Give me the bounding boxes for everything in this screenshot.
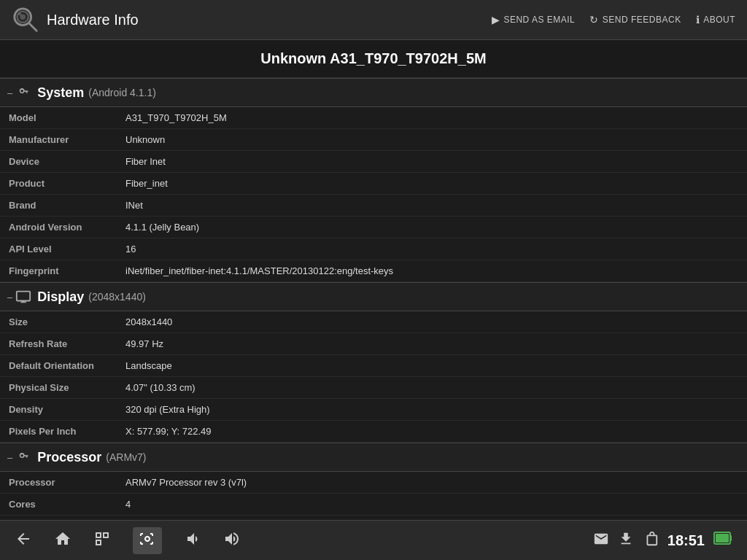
table-row: ManufacturerUnknown — [0, 129, 747, 151]
info-icon: ℹ — [696, 14, 700, 26]
field-value: 2048x1440 — [117, 311, 747, 333]
device-title: Unknown A31_T970_T9702H_5M — [0, 40, 747, 78]
display-section-header[interactable]: – Display (2048x1440) — [0, 282, 747, 311]
bag-status-icon — [643, 531, 659, 551]
about-button[interactable]: ℹ ABOUT — [696, 14, 735, 26]
processor-section-subtitle: (ARMv7) — [106, 451, 146, 463]
processor-section-header[interactable]: – Processor (ARMv7) — [0, 443, 747, 472]
field-label: Model — [0, 107, 117, 129]
processor-toggle-icon: – — [7, 452, 12, 463]
table-row: Physical Size4.07" (10.33 cm) — [0, 377, 747, 399]
field-value: 4.07" (10.33 cm) — [117, 377, 747, 399]
display-section-title: Display — [37, 289, 84, 305]
field-value: Landscape — [117, 355, 747, 377]
app-logo-icon — [12, 6, 39, 34]
field-value: 4 — [117, 494, 747, 516]
vol-up-button[interactable] — [223, 530, 241, 551]
table-row: ProcessorARMv7 Processor rev 3 (v7l) — [0, 472, 747, 494]
battery-status-icon — [713, 530, 732, 551]
svg-rect-18 — [96, 533, 101, 537]
content-area: Unknown A31_T970_T9702H_5M – System (And… — [0, 40, 747, 520]
field-label: Processor — [0, 472, 117, 494]
field-value: Fiber_inet — [117, 173, 747, 195]
field-value: 16 — [117, 238, 747, 260]
field-label: Android Version — [0, 217, 117, 238]
home-button[interactable] — [54, 530, 71, 551]
nav-bar: 18:51 — [0, 520, 747, 560]
field-label: Device — [0, 151, 117, 173]
nav-left-group — [15, 527, 241, 554]
field-value: ARMv7 Processor rev 3 (v7l) — [117, 472, 747, 494]
svg-rect-23 — [716, 534, 729, 542]
app-title: Hardware Info — [47, 12, 477, 28]
clock-display: 18:51 — [667, 532, 705, 549]
field-value: X: 577.99; Y: 722.49 — [117, 421, 747, 443]
table-row: DeviceFiber Inet — [0, 151, 747, 173]
svg-line-2 — [29, 23, 36, 31]
field-label: Manufacturer — [0, 129, 117, 151]
field-label: API Level — [0, 238, 117, 260]
display-toggle-icon: – — [7, 292, 12, 303]
email-status-icon — [593, 531, 609, 551]
field-value: INet — [117, 195, 747, 217]
status-right-group: 18:51 — [593, 530, 732, 551]
vol-down-button[interactable] — [184, 530, 201, 551]
field-value: A31_T970_T9702H_5M — [117, 107, 747, 129]
processor-section-title: Processor — [37, 450, 101, 465]
table-row: BrandINet — [0, 195, 747, 217]
field-label: Cores — [0, 494, 117, 516]
field-label: Fingerprint — [0, 260, 117, 282]
field-label: Physical Size — [0, 377, 117, 399]
processor-wrench-icon — [15, 449, 31, 465]
field-label: Density — [0, 399, 117, 421]
download-status-icon — [618, 531, 634, 551]
field-label: Refresh Rate — [0, 333, 117, 355]
svg-rect-19 — [104, 533, 108, 537]
field-value: 320 dpi (Extra High) — [117, 399, 747, 421]
table-row: Pixels Per InchX: 577.99; Y: 722.49 — [0, 421, 747, 443]
display-info-table: Size2048x1440Refresh Rate49.97 HzDefault… — [0, 311, 747, 443]
field-label: Product — [0, 173, 117, 195]
feedback-icon: ↻ — [589, 14, 599, 26]
table-row: ModelA31_T970_T9702H_5M — [0, 107, 747, 129]
display-section-subtitle: (2048x1440) — [88, 291, 146, 303]
field-value: 4.1.1 (Jelly Bean) — [117, 217, 747, 238]
field-label: Pixels Per Inch — [0, 421, 117, 443]
table-row: FingerprintiNet/fiber_inet/fiber-inet:4.… — [0, 260, 747, 282]
recents-button[interactable] — [93, 530, 111, 551]
table-row: Cores4 — [0, 494, 747, 516]
field-value: iNet/fiber_inet/fiber-inet:4.1.1/MASTER/… — [117, 260, 747, 282]
table-row: Default OrientationLandscape — [0, 355, 747, 377]
table-row: API Level16 — [0, 238, 747, 260]
send-email-icon: ▶ — [492, 14, 500, 26]
processor-info-table: ProcessorARMv7 Processor rev 3 (v7l)Core… — [0, 472, 747, 520]
field-label: Brand — [0, 195, 117, 217]
table-row: Android Version4.1.1 (Jelly Bean) — [0, 217, 747, 238]
field-label: Default Orientation — [0, 355, 117, 377]
field-value: Unknown — [117, 129, 747, 151]
table-row: Size2048x1440 — [0, 311, 747, 333]
system-toggle-icon: – — [7, 88, 12, 98]
system-section-header[interactable]: – System (Android 4.1.1) — [0, 78, 747, 107]
back-button[interactable] — [15, 530, 32, 551]
field-label: Size — [0, 311, 117, 333]
svg-point-4 — [19, 13, 22, 16]
display-icon — [15, 289, 31, 305]
table-row: ProductFiber_inet — [0, 173, 747, 195]
system-wrench-icon — [15, 85, 31, 101]
screenshot-button[interactable] — [133, 527, 162, 554]
system-info-table: ModelA31_T970_T9702H_5MManufacturerUnkno… — [0, 107, 747, 282]
system-section-title: System — [37, 85, 84, 101]
table-row: Refresh Rate49.97 Hz — [0, 333, 747, 355]
svg-rect-20 — [96, 540, 101, 545]
field-value: 49.97 Hz — [117, 333, 747, 355]
svg-rect-5 — [17, 292, 30, 301]
top-bar: Hardware Info ▶ SEND AS EMAIL ↻ SEND FEE… — [0, 0, 747, 40]
send-email-button[interactable]: ▶ SEND AS EMAIL — [492, 14, 575, 26]
table-row: Density320 dpi (Extra High) — [0, 399, 747, 421]
svg-rect-22 — [730, 535, 732, 541]
send-feedback-button[interactable]: ↻ SEND FEEDBACK — [589, 14, 681, 26]
system-section-subtitle: (Android 4.1.1) — [88, 87, 156, 98]
field-value: Fiber Inet — [117, 151, 747, 173]
